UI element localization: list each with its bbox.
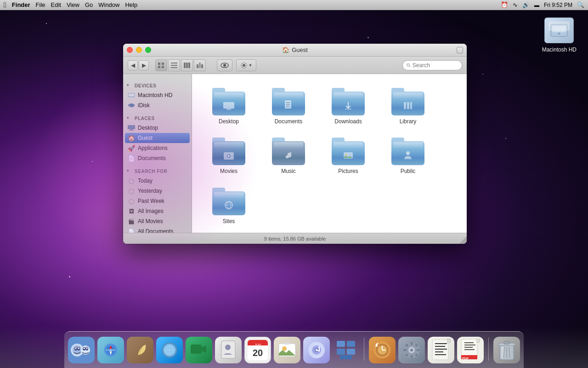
dock-item-facetime[interactable] (186, 337, 212, 363)
clock: Fri 9:52 PM (544, 2, 572, 8)
sidebar-item-today[interactable]: ◯ Today (123, 176, 192, 186)
file-item-public[interactable]: Public (380, 133, 435, 178)
dock-item-ical[interactable]: 20 JUN (244, 337, 271, 363)
file-item-documents[interactable]: Documents (261, 83, 316, 128)
maps-dock-icon (97, 337, 124, 363)
svg-rect-95 (347, 341, 355, 347)
column-view-button[interactable] (181, 59, 193, 71)
dock-item-quill[interactable] (127, 337, 153, 363)
file-grid: Desktop Documents (201, 83, 458, 228)
window-controls (127, 47, 151, 53)
help-menu[interactable]: Help (125, 1, 137, 8)
sidebar-item-documents[interactable]: 📄 Documents (123, 153, 192, 163)
icon-view-button[interactable] (155, 59, 167, 71)
list-view-button[interactable] (168, 59, 180, 71)
file-label: Public (401, 168, 416, 174)
devices-arrow: ▾ (127, 83, 129, 87)
volume-icon[interactable]: 🔊 (522, 1, 530, 8)
svg-point-42 (345, 154, 347, 155)
sidebar-item-yesterday[interactable]: ◯ Yesterday (123, 186, 192, 196)
finder-menu[interactable]: Finder (12, 1, 30, 8)
svg-rect-96 (337, 349, 345, 355)
sidebar-item-guest[interactable]: 🏠 Guest (125, 133, 190, 143)
edit-menu[interactable]: Edit (51, 1, 61, 8)
svg-rect-117 (435, 343, 447, 344)
dock-item-timemachine[interactable] (369, 337, 396, 363)
battery-icon[interactable]: ▬ (534, 2, 539, 8)
dock-item-iphoto[interactable] (274, 337, 300, 363)
forward-button[interactable]: ▶ (139, 60, 149, 70)
close-button[interactable] (127, 47, 133, 53)
dock-item-itunes[interactable] (303, 337, 330, 363)
svg-point-43 (406, 151, 410, 155)
sidebar-item-label: Macintosh HD (138, 92, 172, 98)
dock-item-finder[interactable] (68, 337, 95, 363)
file-item-movies[interactable]: Movies (201, 133, 256, 178)
sidebar-item-pastweek[interactable]: ◯ Past Week (123, 196, 192, 206)
svg-text:i: i (130, 104, 130, 108)
search-input[interactable] (413, 62, 458, 69)
file-item-music[interactable]: Music (261, 133, 316, 178)
sidebar-item-allmovies[interactable]: 🎬 All Movies (123, 216, 192, 226)
hd-icon-image (543, 16, 575, 45)
dock-item-addressbook[interactable] (215, 337, 242, 363)
search-icon[interactable]: 🔍 (577, 1, 584, 8)
hd-label: Macintosh HD (542, 46, 577, 53)
view-menu[interactable]: View (67, 1, 79, 8)
svg-rect-118 (435, 346, 445, 347)
alldocs-icon: 📄 (128, 228, 135, 233)
sidebar-item-allimages[interactable]: 🖼 All Images (123, 206, 192, 216)
eye-action-button[interactable] (217, 59, 232, 71)
svg-rect-29 (226, 109, 231, 110)
file-item-pictures[interactable]: Pictures (321, 133, 376, 178)
dock-item-trash[interactable] (493, 337, 520, 363)
gear-action-button[interactable]: ▼ (236, 59, 256, 71)
wifi-icon[interactable]: ∿ (513, 1, 518, 8)
sidebar-item-idisk[interactable]: i iDisk (123, 100, 192, 110)
svg-rect-35 (404, 102, 406, 109)
sidebar-item-applications[interactable]: 🚀 Applications (123, 143, 192, 153)
file-label: Library (400, 118, 417, 125)
file-label: Downloads (334, 118, 362, 125)
maximize-button[interactable] (145, 47, 151, 53)
resize-handle[interactable] (459, 236, 467, 244)
apple-menu[interactable]:  (4, 1, 6, 9)
dock-item-maps[interactable] (97, 337, 124, 363)
file-item-desktop[interactable]: Desktop (201, 83, 256, 128)
svg-text:20: 20 (253, 348, 263, 358)
go-menu[interactable]: Go (85, 1, 93, 8)
dock-item-sysprefs[interactable] (398, 337, 425, 363)
cover-flow-button[interactable] (194, 59, 206, 71)
pastweek-icon: ◯ (128, 197, 135, 205)
file-item-sites[interactable]: Sites (201, 183, 256, 228)
dock-item-expose[interactable] (333, 337, 359, 363)
sidebar-item-alldocs[interactable]: 📄 All Documents (123, 226, 192, 233)
sidebar-item-desktop[interactable]: Desktop (123, 123, 192, 133)
svg-rect-120 (435, 351, 443, 352)
dock-item-textedit[interactable] (428, 337, 454, 363)
dock-item-preview[interactable]: PDF (457, 337, 484, 363)
desktop-hd-icon[interactable]: Macintosh HD (542, 16, 577, 53)
time-machine-menubar-icon[interactable]: ⏰ (501, 1, 508, 8)
file-item-library[interactable]: Library (380, 83, 435, 128)
svg-rect-81 (220, 354, 222, 355)
dock-items: 20 JUN (63, 337, 525, 366)
back-button[interactable]: ◀ (128, 60, 138, 70)
minimize-button[interactable] (136, 47, 142, 53)
svg-marker-40 (228, 155, 230, 157)
file-label: Documents (275, 118, 303, 125)
dock-item-safari[interactable] (156, 337, 183, 363)
file-item-downloads[interactable]: Downloads (321, 83, 376, 128)
sidebar-item-macintosh-hd[interactable]: Macintosh HD (123, 90, 192, 100)
window-expand-button[interactable] (457, 47, 463, 53)
sidebar-item-label: Past Week (138, 198, 164, 204)
svg-point-2 (558, 33, 560, 34)
sidebar-item-label: Desktop (138, 125, 158, 131)
folder-icon-music (272, 137, 305, 165)
file-menu[interactable]: File (36, 1, 45, 8)
svg-rect-26 (130, 129, 133, 130)
svg-rect-25 (128, 125, 135, 129)
svg-rect-110 (403, 349, 407, 351)
folder-icon-downloads (332, 87, 365, 115)
window-menu[interactable]: Window (98, 1, 119, 8)
